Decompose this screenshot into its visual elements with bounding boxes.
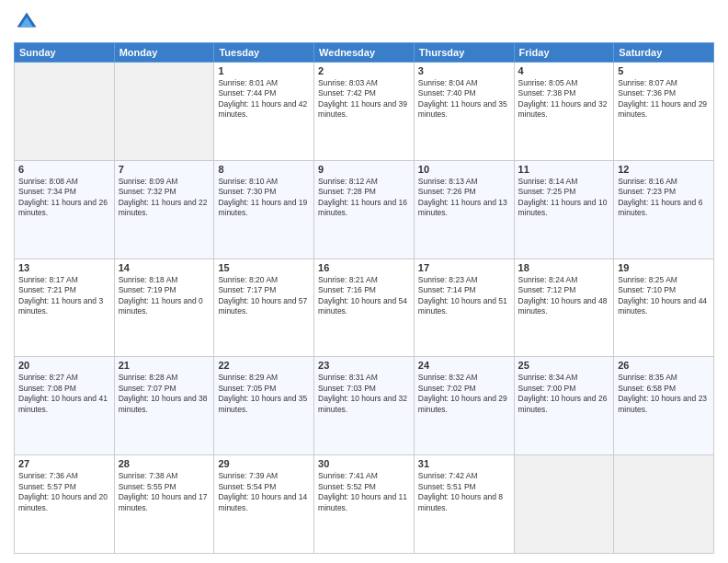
header — [14, 9, 714, 35]
cell-info: Sunrise: 8:34 AMSunset: 7:00 PMDaylight:… — [518, 373, 610, 415]
cell-info: Sunrise: 8:09 AMSunset: 7:32 PMDaylight:… — [119, 177, 210, 219]
cell-info: Sunrise: 8:12 AMSunset: 7:28 PMDaylight:… — [318, 177, 410, 219]
cell-info: Sunrise: 8:04 AMSunset: 7:40 PMDaylight:… — [418, 78, 510, 121]
cell-info: Sunrise: 7:39 AMSunset: 5:54 PMDaylight:… — [218, 471, 310, 513]
weekday-header-friday: Friday — [514, 43, 614, 63]
cell-info: Sunrise: 8:21 AMSunset: 7:16 PMDaylight:… — [318, 275, 410, 317]
calendar-cell: 2Sunrise: 8:03 AMSunset: 7:42 PMDaylight… — [314, 63, 415, 161]
calendar-cell: 7Sunrise: 8:09 AMSunset: 7:32 PMDaylight… — [114, 160, 214, 259]
calendar-cell — [15, 63, 115, 161]
calendar-cell: 18Sunrise: 8:24 AMSunset: 7:12 PMDayligh… — [514, 259, 614, 357]
calendar-cell: 1Sunrise: 8:01 AMSunset: 7:44 PMDaylight… — [214, 63, 314, 161]
week-row-3: 13Sunrise: 8:17 AMSunset: 7:21 PMDayligh… — [15, 259, 714, 357]
cell-info: Sunrise: 8:18 AMSunset: 7:19 PMDaylight:… — [119, 275, 210, 317]
calendar-cell: 21Sunrise: 8:28 AMSunset: 7:07 PMDayligh… — [114, 357, 214, 455]
day-number: 7 — [119, 164, 210, 175]
day-number: 30 — [318, 458, 410, 469]
cell-info: Sunrise: 8:03 AMSunset: 7:42 PMDaylight:… — [318, 78, 410, 121]
day-number: 6 — [18, 164, 110, 175]
day-number: 17 — [418, 262, 510, 273]
week-row-1: 1Sunrise: 8:01 AMSunset: 7:44 PMDaylight… — [15, 63, 714, 161]
cell-info: Sunrise: 8:05 AMSunset: 7:38 PMDaylight:… — [518, 78, 610, 121]
day-number: 24 — [418, 360, 510, 371]
page: SundayMondayTuesdayWednesdayThursdayFrid… — [0, 0, 728, 563]
day-number: 2 — [318, 65, 410, 76]
calendar-cell: 13Sunrise: 8:17 AMSunset: 7:21 PMDayligh… — [15, 259, 115, 357]
calendar-cell: 3Sunrise: 8:04 AMSunset: 7:40 PMDaylight… — [414, 63, 514, 161]
day-number: 31 — [418, 458, 510, 469]
cell-info: Sunrise: 8:07 AMSunset: 7:36 PMDaylight:… — [618, 78, 710, 121]
calendar-cell: 19Sunrise: 8:25 AMSunset: 7:10 PMDayligh… — [614, 259, 714, 357]
day-number: 21 — [119, 360, 210, 371]
day-number: 20 — [18, 360, 110, 371]
calendar-cell: 28Sunrise: 7:38 AMSunset: 5:55 PMDayligh… — [114, 455, 214, 554]
logo — [14, 9, 43, 35]
day-number: 10 — [418, 164, 510, 175]
cell-info: Sunrise: 7:36 AMSunset: 5:57 PMDaylight:… — [18, 471, 110, 513]
cell-info: Sunrise: 7:42 AMSunset: 5:51 PMDaylight:… — [418, 471, 510, 513]
cell-info: Sunrise: 8:35 AMSunset: 6:58 PMDaylight:… — [618, 373, 710, 415]
calendar-table: SundayMondayTuesdayWednesdayThursdayFrid… — [14, 42, 714, 554]
day-number: 25 — [518, 360, 610, 371]
calendar-cell: 14Sunrise: 8:18 AMSunset: 7:19 PMDayligh… — [114, 259, 214, 357]
cell-info: Sunrise: 8:16 AMSunset: 7:23 PMDaylight:… — [618, 177, 710, 219]
calendar-cell: 11Sunrise: 8:14 AMSunset: 7:25 PMDayligh… — [514, 160, 614, 259]
calendar-cell: 24Sunrise: 8:32 AMSunset: 7:02 PMDayligh… — [414, 357, 514, 455]
day-number: 5 — [618, 65, 710, 76]
calendar-cell: 17Sunrise: 8:23 AMSunset: 7:14 PMDayligh… — [414, 259, 514, 357]
calendar-cell: 31Sunrise: 7:42 AMSunset: 5:51 PMDayligh… — [414, 455, 514, 554]
cell-info: Sunrise: 8:13 AMSunset: 7:26 PMDaylight:… — [418, 177, 510, 219]
week-row-4: 20Sunrise: 8:27 AMSunset: 7:08 PMDayligh… — [15, 357, 714, 455]
calendar-cell — [614, 455, 714, 554]
cell-info: Sunrise: 8:28 AMSunset: 7:07 PMDaylight:… — [119, 373, 210, 415]
day-number: 22 — [218, 360, 310, 371]
day-number: 18 — [518, 262, 610, 273]
calendar-cell: 6Sunrise: 8:08 AMSunset: 7:34 PMDaylight… — [15, 160, 115, 259]
logo-icon — [14, 9, 40, 35]
calendar-cell: 8Sunrise: 8:10 AMSunset: 7:30 PMDaylight… — [214, 160, 314, 259]
day-number: 29 — [218, 458, 310, 469]
cell-info: Sunrise: 8:27 AMSunset: 7:08 PMDaylight:… — [18, 373, 110, 415]
cell-info: Sunrise: 8:31 AMSunset: 7:03 PMDaylight:… — [318, 373, 410, 415]
day-number: 26 — [618, 360, 710, 371]
calendar-cell: 29Sunrise: 7:39 AMSunset: 5:54 PMDayligh… — [214, 455, 314, 554]
week-row-5: 27Sunrise: 7:36 AMSunset: 5:57 PMDayligh… — [15, 455, 714, 554]
calendar-cell: 26Sunrise: 8:35 AMSunset: 6:58 PMDayligh… — [614, 357, 714, 455]
day-number: 14 — [119, 262, 210, 273]
calendar-cell: 23Sunrise: 8:31 AMSunset: 7:03 PMDayligh… — [314, 357, 415, 455]
calendar-cell: 27Sunrise: 7:36 AMSunset: 5:57 PMDayligh… — [15, 455, 115, 554]
day-number: 1 — [218, 65, 310, 76]
weekday-header-saturday: Saturday — [614, 43, 714, 63]
cell-info: Sunrise: 7:41 AMSunset: 5:52 PMDaylight:… — [318, 471, 410, 513]
cell-info: Sunrise: 7:38 AMSunset: 5:55 PMDaylight:… — [119, 471, 210, 513]
calendar-cell: 15Sunrise: 8:20 AMSunset: 7:17 PMDayligh… — [214, 259, 314, 357]
day-number: 4 — [518, 65, 610, 76]
day-number: 9 — [318, 164, 410, 175]
day-number: 15 — [218, 262, 310, 273]
week-row-2: 6Sunrise: 8:08 AMSunset: 7:34 PMDaylight… — [15, 160, 714, 259]
calendar-cell: 25Sunrise: 8:34 AMSunset: 7:00 PMDayligh… — [514, 357, 614, 455]
cell-info: Sunrise: 8:20 AMSunset: 7:17 PMDaylight:… — [218, 275, 310, 317]
day-number: 11 — [518, 164, 610, 175]
calendar-cell: 5Sunrise: 8:07 AMSunset: 7:36 PMDaylight… — [614, 63, 714, 161]
cell-info: Sunrise: 8:10 AMSunset: 7:30 PMDaylight:… — [218, 177, 310, 219]
calendar-cell: 30Sunrise: 7:41 AMSunset: 5:52 PMDayligh… — [314, 455, 415, 554]
cell-info: Sunrise: 8:24 AMSunset: 7:12 PMDaylight:… — [518, 275, 610, 317]
calendar-cell: 4Sunrise: 8:05 AMSunset: 7:38 PMDaylight… — [514, 63, 614, 161]
calendar-cell: 22Sunrise: 8:29 AMSunset: 7:05 PMDayligh… — [214, 357, 314, 455]
calendar-cell — [114, 63, 214, 161]
cell-info: Sunrise: 8:32 AMSunset: 7:02 PMDaylight:… — [418, 373, 510, 415]
weekday-header-row: SundayMondayTuesdayWednesdayThursdayFrid… — [15, 43, 714, 63]
weekday-header-wednesday: Wednesday — [314, 43, 415, 63]
calendar-cell — [514, 455, 614, 554]
day-number: 16 — [318, 262, 410, 273]
day-number: 3 — [418, 65, 510, 76]
cell-info: Sunrise: 8:29 AMSunset: 7:05 PMDaylight:… — [218, 373, 310, 415]
cell-info: Sunrise: 8:01 AMSunset: 7:44 PMDaylight:… — [218, 78, 310, 121]
calendar-cell: 16Sunrise: 8:21 AMSunset: 7:16 PMDayligh… — [314, 259, 415, 357]
weekday-header-sunday: Sunday — [15, 43, 115, 63]
calendar-cell: 12Sunrise: 8:16 AMSunset: 7:23 PMDayligh… — [614, 160, 714, 259]
day-number: 23 — [318, 360, 410, 371]
day-number: 13 — [18, 262, 110, 273]
weekday-header-monday: Monday — [114, 43, 214, 63]
